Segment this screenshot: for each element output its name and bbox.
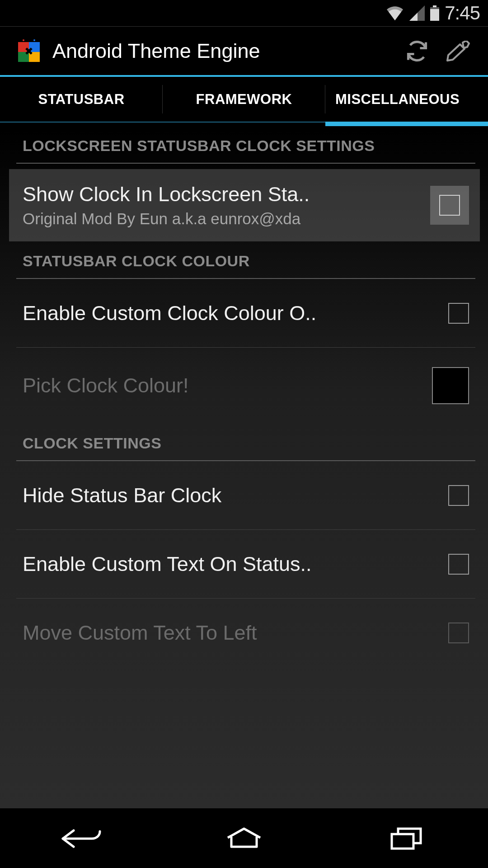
tab-label: MISCELLANEOUS [335, 91, 478, 108]
refresh-button[interactable] [397, 33, 437, 69]
tab-label: FRAMEWORK [196, 91, 292, 108]
tab-bar: STATUSBAR FRAMEWORK MISCELLANEOUS [0, 77, 488, 122]
setting-pick-clock-colour[interactable]: Pick Clock Colour! [16, 348, 475, 424]
tab-label: STATUSBAR [38, 91, 124, 108]
checkbox-icon[interactable] [448, 623, 469, 643]
item-subtitle: Original Mod By Eun a.k.a eunrox@xda [23, 210, 421, 228]
cellular-icon [409, 5, 425, 21]
item-title: Pick Clock Colour! [23, 374, 421, 397]
svg-point-7 [23, 39, 24, 41]
item-title: Enable Custom Text On Status.. [23, 552, 437, 576]
section-header-clock-colour: STATUSBAR CLOCK COLOUR [16, 241, 475, 279]
back-button[interactable] [0, 808, 163, 868]
setting-move-custom-text-left[interactable]: Move Custom Text To Left [16, 599, 475, 667]
svg-rect-0 [433, 5, 436, 7]
settings-content: LOCKSCREEN STATUSBAR CLOCK SETTINGS Show… [0, 126, 488, 808]
section-header-lockscreen: LOCKSCREEN STATUSBAR CLOCK SETTINGS [16, 126, 475, 164]
item-title: Enable Custom Clock Colour O.. [23, 302, 437, 325]
setting-hide-status-bar-clock[interactable]: Hide Status Bar Clock [16, 461, 475, 530]
settings-button[interactable] [437, 33, 478, 69]
checkbox-icon[interactable] [448, 554, 469, 575]
svg-rect-9 [392, 834, 413, 849]
tab-miscellaneous[interactable]: MISCELLANEOUS [325, 77, 488, 122]
app-title: Android Theme Engine [52, 39, 397, 63]
item-title: Hide Status Bar Clock [23, 484, 437, 507]
battery-icon [430, 5, 439, 21]
setting-show-clock-lockscreen[interactable]: Show Clock In Lockscreen Sta.. Original … [9, 169, 480, 241]
section-header-clock-settings: CLOCK SETTINGS [16, 424, 475, 461]
tab-framework[interactable]: FRAMEWORK [163, 77, 325, 122]
svg-rect-2 [430, 9, 439, 21]
tab-indicator [0, 122, 488, 126]
home-button[interactable] [163, 808, 325, 868]
setting-enable-clock-colour[interactable]: Enable Custom Clock Colour O.. [16, 279, 475, 348]
setting-enable-custom-text[interactable]: Enable Custom Text On Status.. [16, 530, 475, 599]
item-title: Show Clock In Lockscreen Sta.. [23, 183, 421, 206]
wifi-icon [386, 6, 404, 20]
color-swatch[interactable] [432, 367, 469, 404]
checkbox-icon [439, 195, 460, 216]
system-status-bar: 7:45 [0, 0, 488, 26]
tab-statusbar[interactable]: STATUSBAR [0, 77, 163, 122]
system-time: 7:45 [445, 2, 480, 24]
recent-apps-button[interactable] [325, 808, 488, 868]
checkbox-container[interactable] [430, 186, 469, 225]
navigation-bar [0, 808, 488, 868]
checkbox-icon[interactable] [448, 485, 469, 506]
svg-point-8 [33, 39, 35, 41]
app-logo-icon [16, 38, 42, 64]
checkbox-icon[interactable] [448, 303, 469, 324]
app-bar: Android Theme Engine [0, 26, 488, 75]
item-title: Move Custom Text To Left [23, 621, 437, 645]
